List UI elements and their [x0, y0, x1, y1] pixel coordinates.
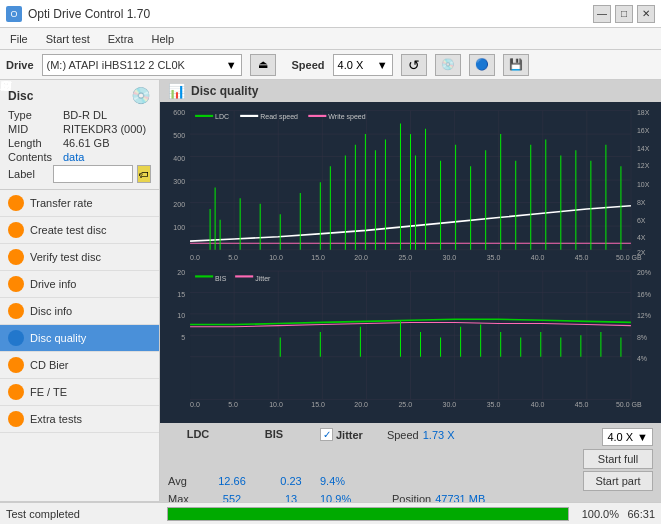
svg-text:300: 300 — [173, 177, 185, 186]
chart-header: 📊 Disc quality — [160, 80, 661, 102]
titlebar: O Opti Drive Control 1.70 — □ ✕ — [0, 0, 661, 28]
svg-text:8X: 8X — [637, 197, 646, 206]
toolbar-btn-1[interactable]: ↺ — [401, 54, 427, 76]
eject-button[interactable]: ⏏ — [250, 54, 276, 76]
close-button[interactable]: ✕ — [637, 5, 655, 23]
svg-text:25.0: 25.0 — [398, 400, 412, 409]
sidebar-item-transfer-rate[interactable]: Transfer rate — [0, 190, 159, 217]
drive-select[interactable]: (M:) ATAPI iHBS112 2 CL0K ▼ — [42, 54, 242, 76]
ldc-avg: 12.66 — [202, 475, 262, 487]
statusbar-time: 66:31 — [625, 508, 655, 520]
svg-text:45.0: 45.0 — [575, 400, 589, 409]
toolbar-btn-2[interactable]: 💿 — [435, 54, 461, 76]
svg-text:12%: 12% — [637, 311, 652, 320]
statusbar: Test completed 100.0% 66:31 — [0, 502, 661, 524]
svg-text:18X: 18X — [637, 108, 650, 117]
sidebar-item-create-test-disc-label: Create test disc — [30, 224, 106, 236]
svg-text:10: 10 — [177, 311, 185, 320]
menu-start-test[interactable]: Start test — [42, 31, 94, 47]
svg-text:100: 100 — [173, 223, 185, 232]
sidebar-item-disc-quality[interactable]: Disc quality — [0, 325, 159, 352]
svg-text:16X: 16X — [637, 126, 650, 135]
svg-text:30.0: 30.0 — [443, 253, 457, 262]
svg-text:600: 600 — [173, 108, 185, 117]
svg-text:10.0: 10.0 — [269, 400, 283, 409]
svg-text:40.0: 40.0 — [531, 253, 545, 262]
minimize-button[interactable]: — — [593, 5, 611, 23]
svg-text:35.0: 35.0 — [487, 253, 501, 262]
start-full-button[interactable]: Start full — [583, 449, 653, 469]
main-content: Disc 💿 Type BD-R DL MID RITEKDR3 (000) L… — [0, 80, 661, 524]
menu-file[interactable]: File — [6, 31, 32, 47]
sidebar-item-verify-test-disc[interactable]: Verify test disc — [0, 244, 159, 271]
label-browse-button[interactable]: 🏷 — [137, 165, 151, 183]
sidebar-item-cd-bier-label: CD Bier — [30, 359, 69, 371]
jitter-checkbox[interactable]: ✓ — [320, 428, 333, 441]
svg-text:LDC: LDC — [215, 112, 229, 121]
disc-type-value: BD-R DL — [63, 109, 107, 121]
svg-rect-57 — [240, 115, 258, 117]
disc-label-input[interactable] — [53, 165, 133, 183]
progress-bar-container — [167, 507, 569, 521]
chart-title: Disc quality — [191, 84, 258, 98]
menu-help[interactable]: Help — [147, 31, 178, 47]
disc-icon: 💿 — [131, 86, 151, 105]
sidebar-item-create-test-disc[interactable]: Create test disc — [0, 217, 159, 244]
svg-text:50.0 GB: 50.0 GB — [616, 253, 642, 262]
jitter-header: Jitter — [336, 429, 363, 441]
verify-test-disc-icon — [8, 249, 24, 265]
svg-text:Jitter: Jitter — [255, 273, 271, 282]
disc-length-value: 46.61 GB — [63, 137, 109, 149]
svg-rect-118 — [195, 275, 213, 277]
svg-text:0.0: 0.0 — [190, 400, 200, 409]
svg-text:16%: 16% — [637, 290, 652, 299]
sidebar-item-cd-bier[interactable]: CD Bier — [0, 352, 159, 379]
cd-bier-icon — [8, 357, 24, 373]
speed-dropdown[interactable]: 4.0 X ▼ — [602, 428, 653, 446]
svg-rect-10 — [2, 82, 10, 90]
maximize-button[interactable]: □ — [615, 5, 633, 23]
charts-svg: 600 500 400 300 200 100 18X 16X 14X 12X … — [160, 102, 661, 423]
speed-chevron-icon: ▼ — [377, 59, 388, 71]
sidebar-item-extra-tests-label: Extra tests — [30, 413, 82, 425]
speed-stat-val: 1.73 X — [423, 429, 455, 441]
sidebar-item-disc-quality-label: Disc quality — [30, 332, 86, 344]
svg-text:10X: 10X — [637, 179, 650, 188]
toolbar-btn-3[interactable]: 🔵 — [469, 54, 495, 76]
svg-text:Write speed: Write speed — [328, 112, 365, 121]
sidebar-item-disc-info[interactable]: Disc info — [0, 298, 159, 325]
sidebar-item-fe-te[interactable]: FE / TE — [0, 379, 159, 406]
drive-select-text: (M:) ATAPI iHBS112 2 CL0K — [47, 59, 185, 71]
progress-pct: 100.0% — [579, 508, 619, 520]
drive-info-icon — [8, 276, 24, 292]
jitter-avg: 9.4% — [320, 475, 380, 487]
svg-text:20.0: 20.0 — [354, 253, 368, 262]
bis-avg: 0.23 — [266, 475, 316, 487]
svg-text:5: 5 — [181, 332, 185, 341]
menu-extra[interactable]: Extra — [104, 31, 138, 47]
svg-text:12X: 12X — [637, 161, 650, 170]
toolbar-btn-4[interactable]: 💾 — [503, 54, 529, 76]
svg-text:50.0 GB: 50.0 GB — [616, 400, 642, 409]
start-part-button[interactable]: Start part — [583, 471, 653, 491]
chart-header-icon: 📊 — [168, 83, 185, 99]
svg-text:45.0: 45.0 — [575, 253, 589, 262]
extra-tests-icon — [8, 411, 24, 427]
speed-label: Speed — [292, 59, 325, 71]
svg-text:4X: 4X — [637, 233, 646, 242]
drivebar: Drive (M:) ATAPI iHBS112 2 CL0K ▼ ⏏ Spee… — [0, 50, 661, 80]
sidebar-item-extra-tests[interactable]: Extra tests — [0, 406, 159, 433]
svg-text:200: 200 — [173, 200, 185, 209]
bis-header: BIS — [265, 428, 283, 440]
drive-label: Drive — [6, 59, 34, 71]
svg-text:5.0: 5.0 — [228, 253, 238, 262]
svg-text:10.0: 10.0 — [269, 253, 283, 262]
chevron-down-icon: ▼ — [226, 59, 237, 71]
svg-text:400: 400 — [173, 154, 185, 163]
speed-select[interactable]: 4.0 X ▼ — [333, 54, 393, 76]
disc-label-label: Label — [8, 168, 49, 180]
svg-rect-120 — [235, 275, 253, 277]
sidebar-item-drive-info[interactable]: Drive info — [0, 271, 159, 298]
svg-text:35.0: 35.0 — [487, 400, 501, 409]
disc-type-label: Type — [8, 109, 63, 121]
